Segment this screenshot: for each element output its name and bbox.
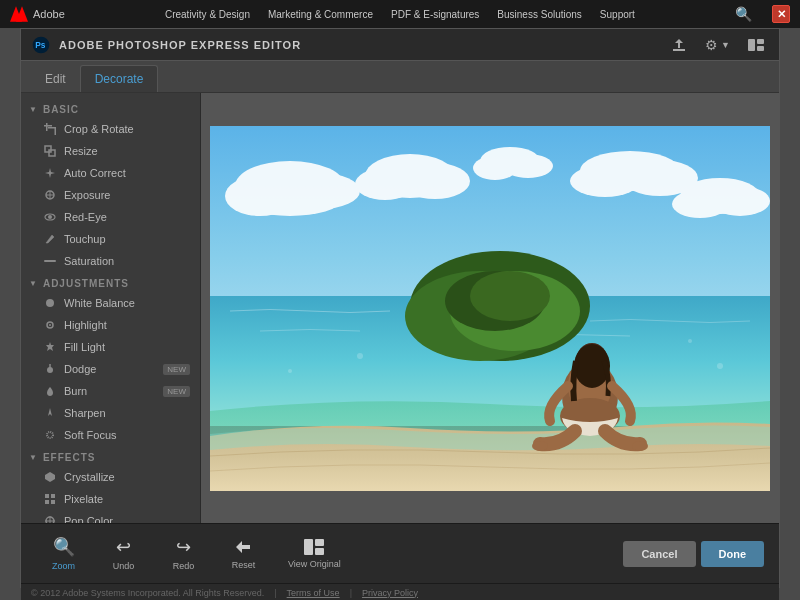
footer-privacy-link[interactable]: Privacy Policy xyxy=(362,588,418,598)
adobe-text: Adobe xyxy=(33,8,65,20)
auto-correct-label: Auto Correct xyxy=(64,167,126,179)
sidebar-item-touchup[interactable]: Touchup xyxy=(21,228,200,250)
reset-icon xyxy=(234,537,254,557)
redo-label: Redo xyxy=(173,561,195,571)
zoom-tool-button[interactable]: 🔍 Zoom xyxy=(36,531,91,576)
burn-icon xyxy=(43,384,57,398)
done-button[interactable]: Done xyxy=(701,541,765,567)
svg-marker-69 xyxy=(236,541,250,553)
nav-support[interactable]: Support xyxy=(600,9,635,20)
pop-color-label: Pop Color xyxy=(64,515,113,523)
section-basic-header[interactable]: ▼ BASIC xyxy=(21,98,200,118)
adobe-logo: Adobe xyxy=(10,5,65,23)
undo-icon: ↩ xyxy=(116,536,131,558)
redo-tool-button[interactable]: ↪ Redo xyxy=(156,531,211,576)
tab-decorate[interactable]: Decorate xyxy=(80,65,159,92)
saturation-label: Saturation xyxy=(64,255,114,267)
nav-marketing[interactable]: Marketing & Commerce xyxy=(268,9,373,20)
zoom-icon: 🔍 xyxy=(53,536,75,558)
undo-tool-button[interactable]: ↩ Undo xyxy=(96,531,151,576)
settings-button[interactable]: ⚙ ▼ xyxy=(700,35,735,55)
sidebar-item-burn[interactable]: Burn NEW xyxy=(21,380,200,402)
resize-label: Resize xyxy=(64,145,98,157)
redo-icon: ↪ xyxy=(176,536,191,558)
cancel-button[interactable]: Cancel xyxy=(623,541,695,567)
auto-correct-icon xyxy=(43,166,57,180)
svg-rect-12 xyxy=(45,146,51,152)
highlight-label: Highlight xyxy=(64,319,107,331)
window-close-button[interactable]: ✕ xyxy=(772,5,790,23)
sidebar-item-soft-focus[interactable]: Soft Focus xyxy=(21,424,200,446)
burn-badge: NEW xyxy=(163,386,190,397)
sidebar-item-pixelate[interactable]: Pixelate xyxy=(21,488,200,510)
main-content: ▼ BASIC Crop & Rotate Resize Auto Corr xyxy=(21,93,779,523)
svg-rect-25 xyxy=(45,494,49,498)
nav-creativity[interactable]: Creativity & Design xyxy=(165,9,250,20)
layout-button[interactable] xyxy=(743,37,769,53)
adobe-nav-bar: Adobe Creativity & Design Marketing & Co… xyxy=(0,0,800,28)
section-basic-arrow: ▼ xyxy=(29,105,38,114)
svg-text:Ps: Ps xyxy=(35,40,46,50)
fill-light-label: Fill Light xyxy=(64,341,105,353)
sidebar-item-crystallize[interactable]: Crystallize xyxy=(21,466,200,488)
svg-point-66 xyxy=(688,339,692,343)
editor-window: Ps ADOBE PHOTOSHOP EXPRESS EDITOR ⚙ ▼ Ed… xyxy=(20,28,780,588)
svg-point-57 xyxy=(470,271,550,321)
search-icon[interactable]: 🔍 xyxy=(735,6,752,22)
nav-business[interactable]: Business Solutions xyxy=(497,9,582,20)
svg-rect-9 xyxy=(44,125,52,127)
sidebar-item-sharpen[interactable]: Sharpen xyxy=(21,402,200,424)
section-effects-label: EFFECTS xyxy=(43,452,96,463)
svg-point-65 xyxy=(357,353,363,359)
sidebar-item-white-balance[interactable]: White Balance xyxy=(21,292,200,314)
undo-label: Undo xyxy=(113,561,135,571)
nav-pdf[interactable]: PDF & E-signatures xyxy=(391,9,479,20)
svg-rect-5 xyxy=(748,39,755,51)
svg-marker-22 xyxy=(48,408,52,416)
svg-point-23 xyxy=(47,432,53,438)
svg-rect-28 xyxy=(51,500,55,504)
sidebar-item-highlight[interactable]: Highlight xyxy=(21,314,200,336)
footer-terms-link[interactable]: Terms of Use xyxy=(287,588,340,598)
svg-rect-70 xyxy=(304,539,313,555)
view-original-tool-button[interactable]: View Original xyxy=(276,533,353,574)
reset-tool-button[interactable]: Reset xyxy=(216,532,271,575)
svg-rect-13 xyxy=(49,150,55,156)
section-effects-header[interactable]: ▼ EFFECTS xyxy=(21,446,200,466)
section-adjustments-header[interactable]: ▼ ADJUSTMENTS xyxy=(21,272,200,292)
sidebar-item-red-eye[interactable]: Red-Eye xyxy=(21,206,200,228)
sidebar-item-auto-correct[interactable]: Auto Correct xyxy=(21,162,200,184)
bottom-toolbar: 🔍 Zoom ↩ Undo ↪ Redo Reset View Original xyxy=(21,523,779,583)
sidebar-item-crop-rotate[interactable]: Crop & Rotate xyxy=(21,118,200,140)
svg-point-18 xyxy=(46,299,54,307)
upload-button[interactable] xyxy=(666,35,692,55)
svg-rect-11 xyxy=(55,127,57,135)
white-balance-icon xyxy=(43,296,57,310)
sidebar-item-dodge[interactable]: Dodge NEW xyxy=(21,358,200,380)
svg-point-16 xyxy=(48,215,52,219)
sidebar-item-exposure[interactable]: Exposure xyxy=(21,184,200,206)
editor-title: ADOBE PHOTOSHOP EXPRESS EDITOR xyxy=(59,39,658,51)
zoom-label: Zoom xyxy=(52,561,75,571)
crop-rotate-label: Crop & Rotate xyxy=(64,123,134,135)
footer: © 2012 Adobe Systems Incorporated. All R… xyxy=(21,583,779,600)
sidebar-item-fill-light[interactable]: Fill Light xyxy=(21,336,200,358)
sidebar-item-resize[interactable]: Resize xyxy=(21,140,200,162)
crop-icon xyxy=(43,122,57,136)
sidebar-item-pop-color[interactable]: Pop Color xyxy=(21,510,200,523)
soft-focus-label: Soft Focus xyxy=(64,429,117,441)
white-balance-label: White Balance xyxy=(64,297,135,309)
pop-color-icon xyxy=(43,514,57,523)
exposure-label: Exposure xyxy=(64,189,110,201)
svg-rect-6 xyxy=(757,39,764,44)
svg-marker-24 xyxy=(45,472,55,482)
nav-links: Creativity & Design Marketing & Commerce… xyxy=(85,9,715,20)
reset-label: Reset xyxy=(232,560,256,570)
svg-point-68 xyxy=(717,363,723,369)
resize-icon xyxy=(43,144,57,158)
tab-edit[interactable]: Edit xyxy=(31,66,80,92)
sidebar-item-saturation[interactable]: Saturation xyxy=(21,250,200,272)
section-effects-arrow: ▼ xyxy=(29,453,38,462)
dodge-icon xyxy=(43,362,57,376)
pixelate-icon xyxy=(43,492,57,506)
